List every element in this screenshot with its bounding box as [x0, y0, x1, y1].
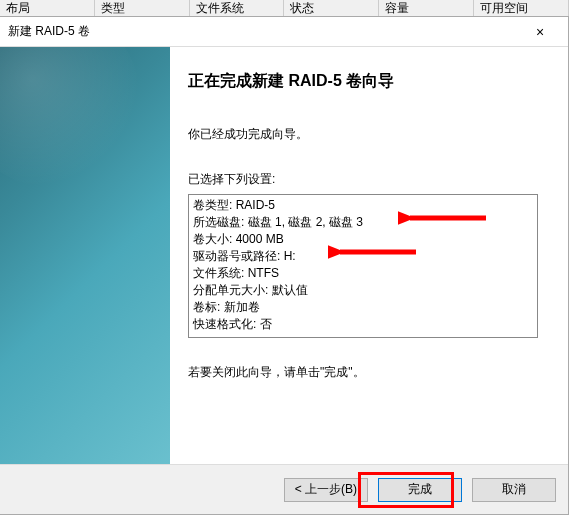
- col-free: 可用空间: [474, 0, 569, 16]
- wizard-dialog: 新建 RAID-5 卷 × 正在完成新建 RAID-5 卷向导 你已经成功完成向…: [0, 16, 569, 515]
- wizard-side-graphic: [0, 47, 170, 464]
- wizard-content: 正在完成新建 RAID-5 卷向导 你已经成功完成向导。 已选择下列设置: 卷类…: [170, 47, 568, 464]
- background-column-headers: 布局 类型 文件系统 状态 容量 可用空间: [0, 0, 569, 16]
- success-message: 你已经成功完成向导。: [188, 126, 548, 143]
- dialog-title: 新建 RAID-5 卷: [8, 23, 520, 40]
- setting-disks: 所选磁盘: 磁盘 1, 磁盘 2, 磁盘 3: [193, 214, 533, 231]
- setting-size: 卷大小: 4000 MB: [193, 231, 533, 248]
- finish-button[interactable]: 完成: [378, 478, 462, 502]
- titlebar: 新建 RAID-5 卷 ×: [0, 17, 568, 47]
- col-status: 状态: [284, 0, 379, 16]
- setting-volume-type: 卷类型: RAID-5: [193, 197, 533, 214]
- dialog-footer: < 上一步(B) 完成 取消: [0, 464, 568, 514]
- wizard-heading: 正在完成新建 RAID-5 卷向导: [188, 71, 548, 92]
- close-hint-text: 若要关闭此向导，请单击"完成"。: [188, 364, 548, 381]
- setting-quickformat: 快速格式化: 否: [193, 316, 533, 333]
- col-capacity: 容量: [379, 0, 474, 16]
- dialog-body: 正在完成新建 RAID-5 卷向导 你已经成功完成向导。 已选择下列设置: 卷类…: [0, 47, 568, 464]
- setting-filesystem: 文件系统: NTFS: [193, 265, 533, 282]
- col-fs: 文件系统: [190, 0, 285, 16]
- settings-listbox[interactable]: 卷类型: RAID-5 所选磁盘: 磁盘 1, 磁盘 2, 磁盘 3 卷大小: …: [188, 194, 538, 338]
- setting-allocation: 分配单元大小: 默认值: [193, 282, 533, 299]
- col-layout: 布局: [0, 0, 95, 16]
- close-button[interactable]: ×: [520, 22, 560, 42]
- back-button[interactable]: < 上一步(B): [284, 478, 368, 502]
- setting-label: 卷标: 新加卷: [193, 299, 533, 316]
- cancel-button[interactable]: 取消: [472, 478, 556, 502]
- col-type: 类型: [95, 0, 190, 16]
- selected-settings-label: 已选择下列设置:: [188, 171, 548, 188]
- setting-drive-letter: 驱动器号或路径: H:: [193, 248, 533, 265]
